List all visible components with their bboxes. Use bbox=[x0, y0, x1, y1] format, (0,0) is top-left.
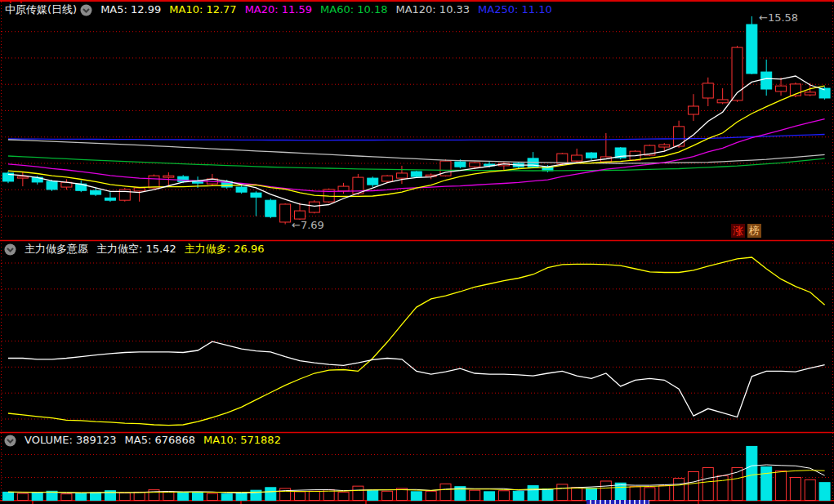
ma10-value: MA10: 12.77 bbox=[169, 3, 236, 16]
bang-badge-button[interactable]: 榜 bbox=[747, 224, 761, 238]
ma60-value: MA60: 10.18 bbox=[320, 3, 387, 16]
volume-panel-header: VOLUME: 389123 MA5: 676868 MA10: 571882 bbox=[2, 434, 289, 447]
highest-price-label: ←15.58 bbox=[759, 11, 798, 24]
indicator-title: 主力做多意愿 bbox=[25, 243, 88, 256]
chevron-down-icon[interactable] bbox=[4, 435, 16, 447]
volume-value: VOLUME: 389123 bbox=[25, 434, 117, 447]
chevron-down-icon[interactable] bbox=[4, 243, 16, 256]
volume-panel bbox=[2, 446, 832, 500]
price-panel-header: 中原传媒(日线) MA5: 12.99 MA10: 12.77 MA20: 11… bbox=[5, 3, 560, 16]
ma5-value: MA5: 12.99 bbox=[100, 3, 161, 16]
stock-chart-app: 中原传媒(日线) MA5: 12.99 MA10: 12.77 MA20: 11… bbox=[0, 0, 834, 504]
indicator-panel bbox=[2, 257, 832, 426]
ma120-value: MA120: 10.33 bbox=[395, 3, 470, 16]
volume-ma5-value: MA5: 676868 bbox=[125, 434, 196, 447]
ma250-value: MA250: 11.10 bbox=[478, 3, 552, 16]
chevron-down-icon[interactable] bbox=[80, 4, 92, 16]
zhang-badge-button[interactable]: 涨 bbox=[731, 224, 745, 238]
ma20-value: MA20: 11.59 bbox=[245, 3, 312, 16]
indicator-panel-header: 主力做多意愿 主力做空: 15.42 主力做多: 26.96 bbox=[2, 243, 272, 256]
zhuli-kong-value: 主力做空: 15.42 bbox=[96, 243, 176, 256]
page-title: 中原传媒(日线) bbox=[5, 3, 77, 16]
zhuli-duo-value: 主力做多: 26.96 bbox=[185, 243, 265, 256]
lowest-price-label: ←7.69 bbox=[292, 219, 324, 231]
price-panel bbox=[2, 16, 832, 225]
volume-ma10-value: MA10: 571882 bbox=[203, 434, 281, 447]
date-strip bbox=[586, 500, 649, 504]
